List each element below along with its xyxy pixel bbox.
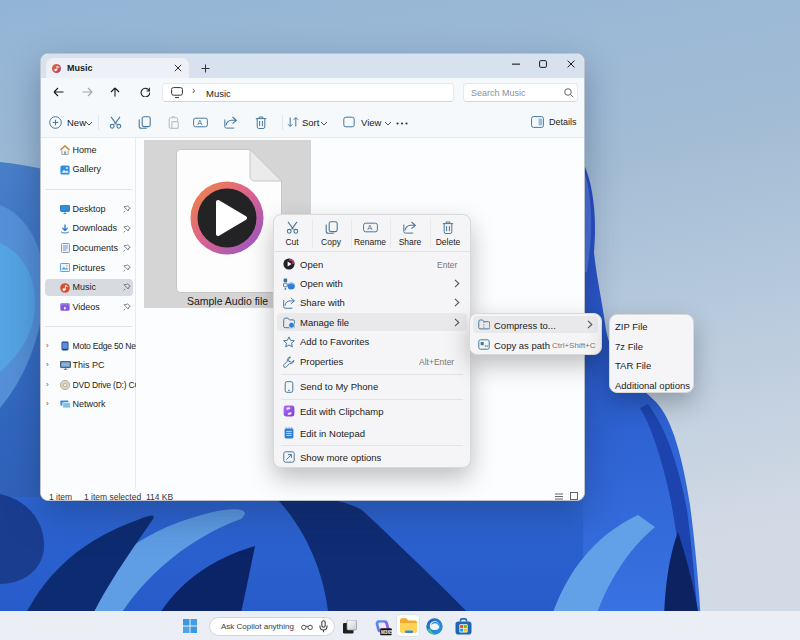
svg-text:A: A xyxy=(197,118,202,127)
svg-text:A: A xyxy=(367,223,372,232)
svg-text:M365: M365 xyxy=(381,630,393,635)
